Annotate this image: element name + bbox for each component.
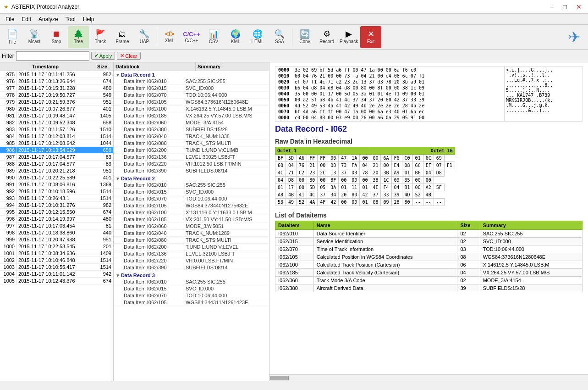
dataitems-row[interactable]: I062/060Track Mode 3/A Code02MODE_3/A:41… bbox=[275, 277, 583, 284]
record-header[interactable]: ▼ Data Record 3 bbox=[114, 272, 269, 279]
list-item[interactable]: 1001 2015-11-17 10:08:34.636 1409 bbox=[0, 250, 113, 257]
dataitems-row[interactable]: I062/070Time of Track Information03TOD:1… bbox=[275, 245, 583, 253]
list-item[interactable]: 999 2015-11-17 10:20:47.988 951 bbox=[0, 236, 113, 243]
list-item[interactable]: 980 2015-11-17 10:07:26.677 401 bbox=[0, 106, 113, 112]
datablock-item[interactable]: Data Item I062/040TRACK_NUM:1338 bbox=[114, 133, 269, 140]
list-item[interactable]: 989 2015-11-17 10:20:21.218 951 bbox=[0, 167, 113, 174]
datablock-item[interactable]: Data Item I062/015SVC_ID:000 bbox=[114, 285, 269, 292]
datablock-item[interactable]: Data Item I062/220VH:1012.50 LSB:FT/MIN bbox=[114, 161, 269, 167]
close-button[interactable]: ✕ bbox=[573, 3, 584, 11]
datablock-item[interactable]: Data Item I062/200T:UND L:UND V:LEVEL bbox=[114, 244, 269, 251]
dataitems-row[interactable]: I062/380Aircraft Derived Data39SUBFIELDS… bbox=[275, 284, 583, 292]
filter-input[interactable] bbox=[16, 51, 89, 61]
list-item[interactable]: 1004 2015-11-17 10:11:01.142 942 bbox=[0, 271, 113, 278]
list-item[interactable]: 997 2015-11-17 10:17:03.454 81 bbox=[0, 223, 113, 229]
tool-mcast[interactable]: 📡 Mcast bbox=[24, 26, 45, 48]
menu-tool[interactable]: Tool bbox=[62, 15, 79, 23]
record-header[interactable]: ▼ Data Record 2 bbox=[114, 175, 269, 182]
datablock-item[interactable]: Data Item I062/040TRACK_NUM:1289 bbox=[114, 230, 269, 237]
datablock-item[interactable]: Data Item I062/105WGS84:344311N1291423E bbox=[114, 299, 269, 306]
tool-exit[interactable]: ✕ Exit bbox=[360, 26, 381, 48]
datablock-item[interactable]: Data Item I062/105WGS84:373616N1280648E bbox=[114, 99, 269, 106]
datablock-item[interactable]: Data Item I062/220VH:0.00 LSB:FT/MIN bbox=[114, 257, 269, 264]
list-item[interactable]: 992 2015-11-17 10:10:18.596 1514 bbox=[0, 188, 113, 195]
datablock-item[interactable]: Data Item I062/380SUBFIELDS:15/28 bbox=[114, 126, 269, 133]
datablock-list[interactable]: ▼ Data Record 1Data Item I062/010SAC:255… bbox=[114, 71, 269, 381]
menu-analyze[interactable]: Analyze bbox=[35, 15, 62, 23]
datablock-item[interactable]: Data Item I062/015SVC_ID:000 bbox=[114, 189, 269, 195]
datablock-item[interactable]: Data Item I062/185VX:264.25 VY:57.00 LSB… bbox=[114, 112, 269, 119]
datablock-item[interactable]: Data Item I062/100X:146192.5 Y:14845.0 L… bbox=[114, 106, 269, 112]
menu-help[interactable]: Help bbox=[79, 15, 98, 23]
tool-record[interactable]: ⚙ Record bbox=[316, 26, 337, 48]
list-item[interactable]: 1003 2015-11-17 10:10:55.417 1514 bbox=[0, 264, 113, 271]
dataitems-row[interactable]: I062/105Calculated Position in WGS84 Coo… bbox=[275, 253, 583, 261]
tool-ssa[interactable]: 🔍 SSA bbox=[269, 26, 290, 48]
datablock-item[interactable]: Data Item I062/390SUBFIELDS:08/14 bbox=[114, 264, 269, 271]
datablock-item[interactable]: Data Item I062/105WGS84:373440N1275632E bbox=[114, 202, 269, 209]
list-item[interactable]: 984 2015-11-17 10:12:03.814 1514 bbox=[0, 133, 113, 140]
list-item[interactable]: 991 2015-11-17 10:08:06.816 1369 bbox=[0, 181, 113, 188]
datablock-item[interactable]: Data Item I062/080TRACK_STS:MULTI bbox=[114, 237, 269, 244]
minimize-button[interactable]: − bbox=[547, 3, 556, 11]
list-item[interactable]: 998 2015-11-17 10:18:38.860 440 bbox=[0, 229, 113, 236]
list-item[interactable]: 990 2015-11-17 10:22:25.589 401 bbox=[0, 174, 113, 181]
tool-cpp[interactable]: C/C++ C/C++ bbox=[181, 26, 202, 48]
list-item[interactable]: 985 2015-11-17 10:12:08.642 1044 bbox=[0, 140, 113, 147]
datablock-item[interactable]: Data Item I062/100X:131116.0 Y:11633.0 L… bbox=[114, 209, 269, 216]
menu-file[interactable]: File bbox=[2, 15, 18, 23]
tool-csv[interactable]: 📊 CSV bbox=[203, 26, 224, 48]
record-header[interactable]: ▼ Data Record 1 bbox=[114, 72, 269, 78]
tool-track[interactable]: 🚩 Track bbox=[90, 26, 111, 48]
list-item[interactable]: 977 2015-11-17 10:15:31.228 480 bbox=[0, 85, 113, 92]
tool-xml[interactable]: </> XML bbox=[159, 26, 180, 48]
datablock-item[interactable]: Data Item I062/070TOD:10:06:44.000 bbox=[114, 195, 269, 202]
list-item[interactable]: 982 2015-11-17 10:09:52.348 658 bbox=[0, 119, 113, 126]
datablock-item[interactable]: Data Item I062/070TOD:10:06:44.000 bbox=[114, 292, 269, 299]
list-item[interactable]: 996 2015-11-17 10:14:19.997 480 bbox=[0, 216, 113, 223]
list-item[interactable]: 994 2015-11-17 10:10:31.276 982 bbox=[0, 202, 113, 209]
timestamp-list[interactable]: 975 2015-11-17 10:11:41.256 982 976 2015… bbox=[0, 71, 113, 381]
list-item[interactable]: 983 2015-11-17 10:11:57.126 1510 bbox=[0, 126, 113, 133]
filter-clear-button[interactable]: ✕ Clear bbox=[117, 52, 140, 60]
dataitems-row[interactable]: I062/010Data Source Identifier02SAC:255 … bbox=[275, 230, 583, 238]
tool-stop[interactable]: ⏹ Stop bbox=[46, 26, 67, 48]
list-item[interactable]: 981 2015-11-17 10:09:48.147 1405 bbox=[0, 112, 113, 119]
list-item[interactable]: 1005 2015-11-17 10:12:43.376 674 bbox=[0, 278, 113, 284]
tool-conv[interactable]: 🔄 Conv bbox=[294, 26, 315, 48]
datablock-item[interactable]: Data Item I062/136LEVEL:32100 LSB:FT bbox=[114, 251, 269, 257]
datablock-item[interactable]: Data Item I062/070TOD:10:06:44.000 bbox=[114, 92, 269, 99]
datablock-item[interactable]: Data Item I062/185VX:201.50 VY:41.50 LSB… bbox=[114, 216, 269, 223]
dataitems-row[interactable]: I062/100Calculated Track Position (Carte… bbox=[275, 261, 583, 269]
datablock-item[interactable]: Data Item I062/136LEVEL:30025 LSB:FT bbox=[114, 154, 269, 161]
list-item[interactable]: 993 2015-11-17 10:26:43.1 1514 bbox=[0, 195, 113, 202]
datablock-item[interactable]: Data Item I062/390SUBFIELDS:08/14 bbox=[114, 167, 269, 174]
tool-playback[interactable]: ▶ Playback bbox=[338, 26, 359, 48]
tool-tree[interactable]: 🌲 Tree bbox=[68, 26, 89, 48]
list-item[interactable]: 979 2015-11-17 10:21:59.376 951 bbox=[0, 99, 113, 106]
datablock-item[interactable]: Data Item I062/060MODE_3/A:4154 bbox=[114, 119, 269, 126]
datablock-item[interactable]: Data Item I062/010SAC:255 SIC:255 bbox=[114, 279, 269, 285]
filter-apply-button[interactable]: ✔ Apply bbox=[91, 52, 115, 60]
dataitems-row[interactable]: I062/015Service Identification02SVC_ID:0… bbox=[275, 238, 583, 245]
datablock-item[interactable]: Data Item I062/080TRACK_STS:MULTI bbox=[114, 140, 269, 147]
datablock-item[interactable]: Data Item I062/060MODE_3/A:5051 bbox=[114, 223, 269, 230]
dataitems-row[interactable]: I062/185Calculated Track Velocity (Carte… bbox=[275, 269, 583, 277]
datablock-item[interactable]: Data Item I062/200T:UND L:UND V:CLIMB bbox=[114, 147, 269, 154]
list-item[interactable]: 975 2015-11-17 10:11:41.256 982 bbox=[0, 71, 113, 78]
right-scroll[interactable]: 00003e 02 69 bf 5d a6 ff 00 47 1a 00 00 … bbox=[269, 62, 588, 374]
list-item[interactable]: 978 2015-11-17 10:19:50.727 549 bbox=[0, 92, 113, 99]
tool-kml[interactable]: 🌍 KML bbox=[225, 26, 246, 48]
right-hscroll[interactable] bbox=[269, 374, 588, 381]
datablock-item[interactable]: Data Item I062/015SVC_ID:000 bbox=[114, 85, 269, 92]
maximize-button[interactable]: □ bbox=[561, 3, 570, 11]
list-item[interactable]: 1002 2015-11-17 10:10:46.848 1514 bbox=[0, 257, 113, 264]
datablock-item[interactable]: Data Item I062/010SAC:255 SIC:255 bbox=[114, 182, 269, 189]
list-item[interactable]: 986 2015-11-17 10:13:54.029 659 bbox=[0, 147, 113, 154]
list-item[interactable]: 987 2015-11-17 10:17:04.577 83 bbox=[0, 154, 113, 161]
list-item[interactable]: 995 2015-11-17 10:12:15.550 674 bbox=[0, 209, 113, 216]
menu-edit[interactable]: Edit bbox=[18, 15, 35, 23]
tool-file[interactable]: 📄 File bbox=[2, 26, 23, 48]
tool-html[interactable]: 🌐 HTML bbox=[247, 26, 268, 48]
list-item[interactable]: 976 2015-11-17 10:13:26.644 674 bbox=[0, 78, 113, 85]
